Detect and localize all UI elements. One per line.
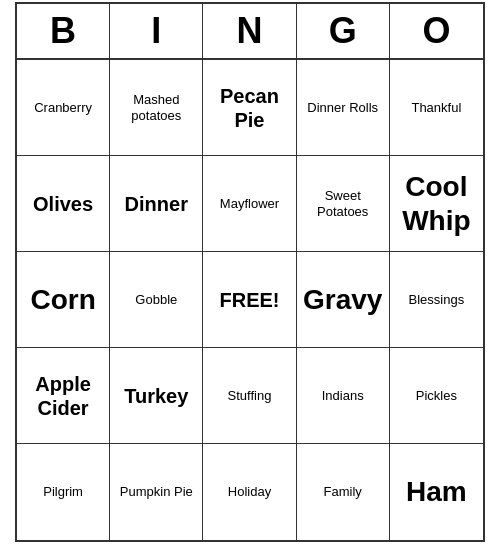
bingo-cell-0: Cranberry [17, 60, 110, 156]
bingo-cell-10: Corn [17, 252, 110, 348]
bingo-cell-21: Pumpkin Pie [110, 444, 203, 540]
header-letter-b: B [17, 4, 110, 58]
bingo-cell-9: Cool Whip [390, 156, 483, 252]
bingo-header: BINGO [17, 4, 483, 60]
header-letter-g: G [297, 4, 390, 58]
bingo-cell-18: Indians [297, 348, 390, 444]
bingo-cell-4: Thankful [390, 60, 483, 156]
bingo-cell-7: Mayflower [203, 156, 296, 252]
bingo-cell-13: Gravy [297, 252, 390, 348]
bingo-cell-24: Ham [390, 444, 483, 540]
bingo-cell-15: Apple Cider [17, 348, 110, 444]
bingo-cell-23: Family [297, 444, 390, 540]
bingo-cell-17: Stuffing [203, 348, 296, 444]
bingo-cell-11: Gobble [110, 252, 203, 348]
bingo-cell-14: Blessings [390, 252, 483, 348]
bingo-grid: CranberryMashed potatoesPecan PieDinner … [17, 60, 483, 540]
bingo-card: BINGO CranberryMashed potatoesPecan PieD… [15, 2, 485, 542]
bingo-cell-22: Holiday [203, 444, 296, 540]
bingo-cell-19: Pickles [390, 348, 483, 444]
bingo-cell-12: FREE! [203, 252, 296, 348]
bingo-cell-8: Sweet Potatoes [297, 156, 390, 252]
bingo-cell-2: Pecan Pie [203, 60, 296, 156]
bingo-cell-6: Dinner [110, 156, 203, 252]
header-letter-o: O [390, 4, 483, 58]
bingo-cell-20: Pilgrim [17, 444, 110, 540]
bingo-cell-16: Turkey [110, 348, 203, 444]
header-letter-n: N [203, 4, 296, 58]
bingo-cell-5: Olives [17, 156, 110, 252]
bingo-cell-3: Dinner Rolls [297, 60, 390, 156]
bingo-cell-1: Mashed potatoes [110, 60, 203, 156]
header-letter-i: I [110, 4, 203, 58]
